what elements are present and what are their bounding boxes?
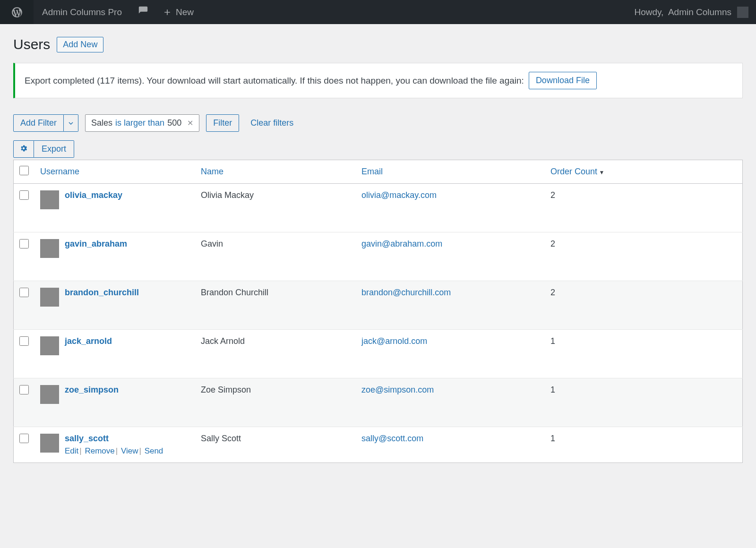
email-link[interactable]: sally@scott.com: [361, 434, 423, 443]
row-checkbox[interactable]: [19, 190, 29, 200]
cell-order-count: 1: [545, 330, 743, 378]
active-filter-chip[interactable]: Sales is larger than 500 ✕: [85, 114, 199, 132]
column-header-username[interactable]: Username: [34, 160, 195, 184]
apply-filter-button[interactable]: Filter: [206, 114, 239, 132]
export-success-notice: Export completed (117 items). Your downl…: [13, 63, 743, 98]
column-header-order-count[interactable]: Order Count: [545, 160, 743, 184]
row-checkbox[interactable]: [19, 239, 29, 248]
select-all-header: [14, 160, 35, 184]
notice-text: Export completed (117 items). Your downl…: [25, 76, 524, 86]
table-row: olivia_mackay Olivia Mackay olivia@macka…: [14, 184, 743, 232]
username-link[interactable]: olivia_mackay: [65, 190, 122, 200]
filter-operator: is larger than: [115, 118, 164, 128]
cell-name: Sally Scott: [195, 427, 356, 463]
cell-order-count: 2: [545, 281, 743, 330]
add-filter-button[interactable]: Add Filter: [13, 114, 64, 132]
cell-order-count: 1: [545, 378, 743, 427]
row-checkbox[interactable]: [19, 385, 29, 394]
column-header-email[interactable]: Email: [356, 160, 545, 184]
new-label: New: [176, 7, 194, 17]
cell-name: Brandon Churchill: [195, 281, 356, 330]
user-avatar-thumb: [40, 190, 59, 209]
user-avatar-thumb: [40, 385, 59, 404]
table-row: brandon_churchill Brandon Churchill bran…: [14, 281, 743, 330]
caret-down-icon: [69, 121, 73, 126]
column-header-name[interactable]: Name: [195, 160, 356, 184]
email-link[interactable]: olivia@mackay.com: [361, 190, 437, 200]
row-checkbox[interactable]: [19, 288, 29, 297]
email-link[interactable]: zoe@simpson.com: [361, 385, 434, 394]
admin-bar: Admin Columns Pro New Howdy, Admin Colum…: [0, 0, 756, 24]
filter-value: 500: [167, 118, 181, 128]
row-actions: Edit| Remove| View| Send: [65, 446, 163, 456]
row-action-remove[interactable]: Remove: [85, 446, 114, 455]
email-link[interactable]: jack@arnold.com: [361, 336, 427, 346]
table-row: jack_arnold Jack Arnold jack@arnold.com …: [14, 330, 743, 378]
add-filter-dropdown-toggle[interactable]: [64, 114, 78, 132]
new-menu[interactable]: New: [156, 7, 200, 17]
howdy[interactable]: Howdy, Admin Columns: [634, 7, 737, 17]
export-controls: Export: [13, 140, 743, 158]
row-action-view[interactable]: View: [121, 446, 138, 455]
wordpress-logo[interactable]: [0, 0, 34, 24]
comments-icon[interactable]: [130, 6, 156, 18]
user-avatar[interactable]: [737, 7, 748, 18]
cell-order-count: 2: [545, 184, 743, 232]
page-header: Users Add New: [13, 36, 743, 52]
export-button[interactable]: Export: [34, 140, 74, 158]
filter-bar: Add Filter Sales is larger than 500 ✕ Fi…: [13, 114, 743, 132]
clear-filters-link[interactable]: Clear filters: [246, 118, 293, 128]
remove-filter-icon[interactable]: ✕: [187, 119, 193, 128]
username-link[interactable]: jack_arnold: [65, 336, 112, 346]
cell-name: Zoe Simpson: [195, 378, 356, 427]
gear-icon: [19, 144, 28, 153]
add-filter-group: Add Filter: [13, 114, 78, 132]
page-title: Users: [13, 36, 50, 52]
user-avatar-thumb: [40, 336, 59, 355]
email-link[interactable]: gavin@abraham.com: [361, 239, 442, 248]
plus-icon: [163, 8, 172, 17]
cell-name: Olivia Mackay: [195, 184, 356, 232]
select-all-checkbox[interactable]: [19, 166, 29, 175]
username-link[interactable]: brandon_churchill: [65, 288, 139, 297]
row-action-send[interactable]: Send: [145, 446, 163, 455]
user-avatar-thumb: [40, 434, 59, 453]
username-link[interactable]: gavin_abraham: [65, 239, 127, 248]
user-avatar-thumb: [40, 288, 59, 307]
filter-field: Sales: [91, 118, 112, 128]
username-link[interactable]: zoe_simpson: [65, 385, 119, 394]
site-name[interactable]: Admin Columns Pro: [34, 7, 130, 17]
export-settings-button[interactable]: [13, 140, 34, 158]
row-checkbox[interactable]: [19, 434, 29, 443]
user-avatar-thumb: [40, 239, 59, 258]
row-checkbox[interactable]: [19, 336, 29, 346]
row-action-edit[interactable]: Edit: [65, 446, 78, 455]
cell-order-count: 1: [545, 427, 743, 463]
cell-order-count: 2: [545, 232, 743, 281]
table-row: sally_scott Edit| Remove| View| Send Sal…: [14, 427, 743, 463]
username-link[interactable]: sally_scott: [65, 434, 109, 443]
download-file-button[interactable]: Download File: [529, 72, 597, 89]
email-link[interactable]: brandon@churchill.com: [361, 288, 451, 297]
add-new-button[interactable]: Add New: [57, 37, 103, 52]
table-row: gavin_abraham Gavin gavin@abraham.com 2: [14, 232, 743, 281]
cell-name: Jack Arnold: [195, 330, 356, 378]
users-table: Username Name Email Order Count olivia_m…: [13, 160, 743, 463]
table-row: zoe_simpson Zoe Simpson zoe@simpson.com …: [14, 378, 743, 427]
cell-name: Gavin: [195, 232, 356, 281]
